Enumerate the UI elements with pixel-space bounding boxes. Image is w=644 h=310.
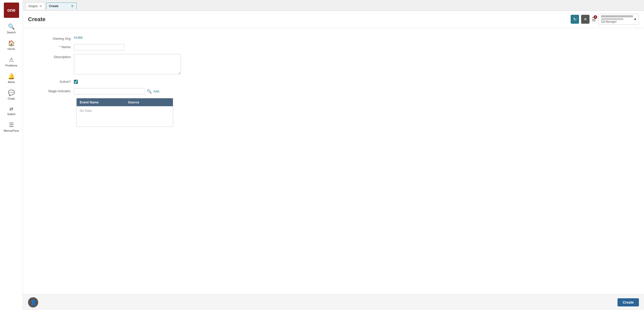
user-role-bar (601, 18, 623, 20)
menu-button[interactable]: ☰ ★ (592, 16, 596, 22)
form-row-description: Description: (33, 54, 634, 75)
sidebar-item-home[interactable]: 🏠 Home (0, 37, 23, 53)
logo-text: one (7, 8, 15, 13)
add-link[interactable]: Add (153, 89, 159, 93)
dropdown-arrow-icon: ▾ (634, 17, 636, 21)
owning-org-value: HUB6 (74, 36, 634, 39)
main-content: Stages ✕ ✕ Create ↻ ✕ ☰ ★ QA Manager ▾ (23, 0, 644, 310)
sidebar-item-problems[interactable]: ⚠ Problems (0, 53, 23, 70)
close-page-button[interactable]: ✕ (581, 15, 590, 24)
name-input[interactable] (74, 44, 125, 50)
stage-activator-search-button[interactable]: 🔍 (147, 89, 152, 94)
description-textarea[interactable] (74, 54, 181, 74)
sidebar-item-label: Chats (8, 97, 15, 100)
chat-icon: 💬 (8, 90, 15, 96)
page-title: Create (28, 16, 45, 23)
table-body: No Data (77, 106, 173, 127)
star-badge: ★ (594, 15, 597, 19)
user-info: QA Manager (601, 15, 633, 23)
switch-icon: ⇄ (9, 106, 13, 112)
tab-label: Stages (28, 4, 38, 8)
active-checkbox[interactable] (74, 80, 78, 84)
form-row-owning-org: Owning Org: HUB6 (33, 36, 634, 41)
no-data-text: No Data (80, 109, 92, 113)
header-actions: ↻ ✕ ☰ ★ QA Manager ▾ (571, 14, 639, 25)
tab-create[interactable]: ✕ (46, 3, 77, 9)
sidebar-item-search[interactable]: 🔍 Search (0, 20, 23, 37)
tab-stages[interactable]: Stages ✕ (25, 3, 45, 9)
stage-activator-value: 🔍 Add (74, 88, 634, 95)
app-logo[interactable]: one (4, 3, 19, 18)
form-row-active: Active?: (33, 79, 634, 85)
table-header-source: Source (125, 98, 173, 106)
refresh-button[interactable]: ↻ (571, 15, 579, 24)
form-row-name: * Name: (33, 44, 634, 50)
table-header: Event Name Source (77, 98, 173, 106)
sidebar-item-menus[interactable]: ☰ Menus/Favs (0, 119, 23, 135)
sidebar-item-label: Home (8, 47, 15, 50)
sidebar-item-label: Alerts (8, 80, 15, 84)
form-row-stage-activator: Stage Activator: 🔍 Add (33, 88, 634, 95)
footer-avatar[interactable]: 👤 (28, 297, 38, 307)
tab-close-create[interactable]: ✕ (71, 4, 74, 8)
stage-activator-input[interactable] (74, 88, 145, 95)
user-name-bar (601, 15, 633, 17)
table-header-event-name: Event Name (77, 98, 125, 106)
owning-org-label: Owning Org: (33, 36, 74, 41)
home-icon: 🏠 (8, 40, 15, 47)
sidebar-item-alerts[interactable]: 🔔 Alerts (0, 70, 23, 87)
create-button[interactable]: Create (618, 298, 639, 306)
active-label: Active?: (33, 79, 74, 84)
page-footer: 👤 Create (23, 294, 644, 310)
warning-icon: ⚠ (9, 57, 14, 63)
bell-icon: 🔔 (8, 73, 15, 80)
description-label: Description: (33, 54, 74, 59)
tabs-bar: Stages ✕ ✕ (23, 0, 644, 11)
form-row-table: Event Name Source No Data (76, 98, 634, 127)
stage-activator-row: 🔍 Add (74, 88, 634, 95)
menu-icon: ☰ (9, 122, 14, 128)
tab-create-input[interactable] (49, 4, 69, 8)
description-value (74, 54, 634, 75)
page-header: Create ↻ ✕ ☰ ★ QA Manager ▾ (23, 11, 644, 28)
sidebar-item-chats[interactable]: 💬 Chats (0, 87, 23, 103)
owning-org-link[interactable]: HUB6 (74, 36, 83, 39)
sidebar-item-label: Problems (5, 64, 17, 67)
stage-activator-label: Stage Activator: (33, 88, 74, 93)
sidebar-item-label: Switch (7, 113, 15, 116)
form-area: Owning Org: HUB6 * Name: Description: Ac… (23, 28, 644, 294)
tab-close-stages[interactable]: ✕ (39, 4, 42, 8)
search-icon: 🔍 (8, 23, 15, 30)
name-value (74, 44, 634, 50)
active-value (74, 79, 634, 85)
sidebar-item-label: Search (7, 31, 16, 34)
avatar-icon: 👤 (30, 300, 36, 305)
sidebar: one 🔍 Search 🏠 Home ⚠ Problems 🔔 Alerts … (0, 0, 23, 310)
sidebar-item-switch[interactable]: ⇄ Switch (0, 103, 23, 119)
user-dropdown[interactable]: QA Manager ▾ (598, 14, 639, 25)
name-label: * Name: (33, 44, 74, 49)
user-role-text: QA Manager (601, 20, 633, 23)
sidebar-item-label: Menus/Favs (4, 129, 19, 132)
events-table: Event Name Source No Data (76, 98, 173, 127)
